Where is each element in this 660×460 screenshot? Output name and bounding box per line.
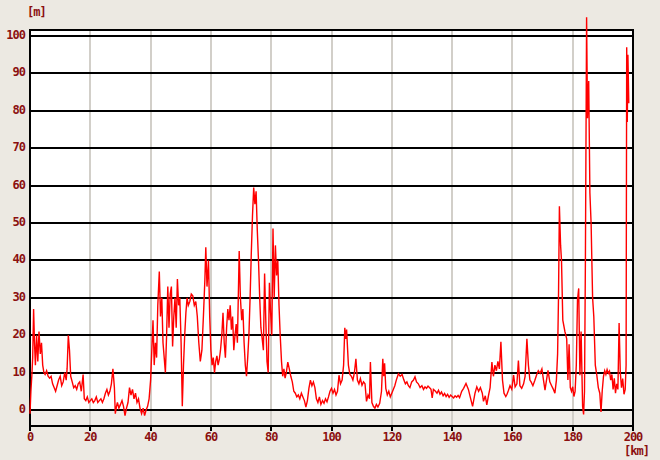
y-tick-label: 10 [0,365,25,379]
y-tick-label: 40 [0,252,25,266]
x-tick-label: 80 [265,430,277,444]
x-tick-label: 140 [443,430,462,444]
x-tick-label: 60 [205,430,217,444]
y-tick-label: 0 [0,402,25,416]
y-tick-label: 90 [0,65,25,79]
x-tick-label: 20 [84,430,96,444]
x-tick-label: 40 [144,430,156,444]
y-tick-label: 80 [0,103,25,117]
y-tick-label: 50 [0,215,25,229]
y-tick-label: 20 [0,327,25,341]
y-tick-label: 60 [0,178,25,192]
plot-area [0,0,660,460]
y-axis-unit-label: [m] [27,5,46,19]
x-tick-label: 120 [382,430,401,444]
x-tick-label: 180 [563,430,582,444]
x-tick-label: 160 [503,430,522,444]
x-tick-label: 100 [322,430,341,444]
y-tick-label: 30 [0,290,25,304]
x-tick-label: 200 [624,430,643,444]
y-tick-label: 70 [0,140,25,154]
y-tick-label: 100 [0,28,25,42]
x-tick-label: 0 [27,430,33,444]
x-axis-unit-label: [km] [624,444,649,458]
elevation-profile-chart: [m] [km] 0102030405060708090100 02040608… [0,0,660,460]
